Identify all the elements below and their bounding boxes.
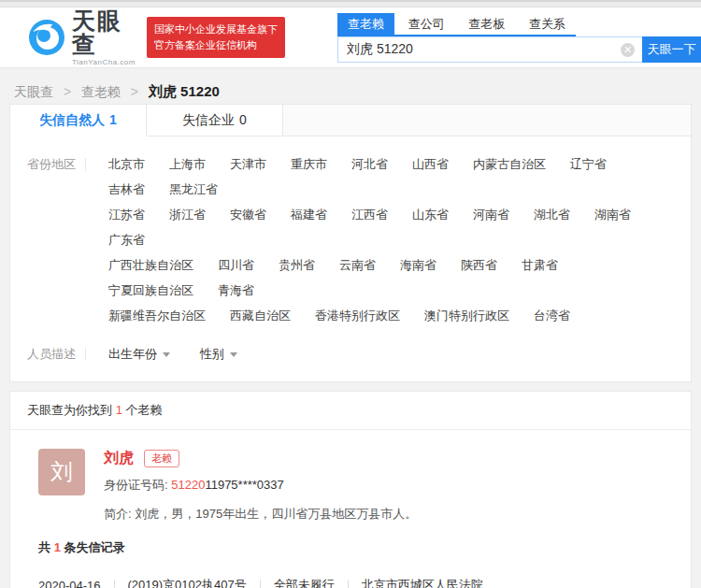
record-count-line: 共 1 条失信记录 <box>38 539 663 556</box>
province-option[interactable]: 湖北省 <box>534 208 570 222</box>
province-option[interactable]: 西藏自治区 <box>230 308 291 323</box>
search-area: 查老赖 查公司 查老板 查关系 ✕ 天眼一下 <box>337 13 701 63</box>
province-option[interactable]: 贵州省 <box>279 258 315 272</box>
nav-tab-company[interactable]: 查公司 <box>398 13 455 35</box>
certification-badge: 国家中小企业发展基金旗下 官方备案企业征信机构 <box>147 17 285 58</box>
dishonest-record-row[interactable]: 2020-04-16 (2019)京0102执407号 全部未履行 北京市西城区… <box>38 577 663 588</box>
province-option[interactable]: 四川省 <box>218 258 254 272</box>
gender-dropdown[interactable]: 性别 <box>200 341 237 366</box>
province-option[interactable]: 安徽省 <box>230 208 266 222</box>
filter-panel: 失信自然人1 失信企业0 省份地区 北京市上海市天津市重庆市河北省山西省内蒙古自… <box>9 104 692 382</box>
breadcrumb-home[interactable]: 天眼查 <box>14 84 53 99</box>
breadcrumb-laolai[interactable]: 查老赖 <box>81 84 121 99</box>
province-option[interactable]: 河南省 <box>473 208 509 222</box>
tab-dishonest-company-count: 0 <box>239 112 247 127</box>
record-case-number: (2019)京0102执407号 <box>128 577 247 588</box>
province-option[interactable]: 甘肃省 <box>522 258 558 272</box>
breadcrumb-separator: > <box>64 84 71 99</box>
province-row-3: 广西壮族自治区四川省贵州省云南省海南省陕西省甘肃省宁夏回族自治区青海省 <box>108 252 674 303</box>
person-filter-row: 人员描述 出生年份 性别 <box>27 341 674 366</box>
birth-year-label: 出生年份 <box>108 347 157 361</box>
province-option[interactable]: 云南省 <box>339 258 376 272</box>
person-intro-line: 简介: 刘虎，男，1975年出生，四川省万县地区万县市人。 <box>104 506 417 523</box>
province-option[interactable]: 江西省 <box>351 208 388 222</box>
breadcrumb: 天眼查 > 查老赖 > 刘虎 51220 <box>0 68 701 104</box>
browser-edge-strip <box>0 0 701 7</box>
results-panel: 天眼查为你找到 1 个老赖 刘 刘虎 老赖 身份证号码: 5122011975*… <box>9 391 692 588</box>
record-date: 2020-04-16 <box>38 579 101 588</box>
result-type-tabs: 失信自然人1 失信企业0 <box>10 105 691 136</box>
province-option[interactable]: 山东省 <box>412 208 449 222</box>
nav-tab-relation[interactable]: 查关系 <box>519 13 576 35</box>
result-count: 1 <box>116 403 122 417</box>
search-input[interactable] <box>337 36 642 63</box>
province-row-2: 江苏省浙江省安徽省福建省江西省山东省河南省湖北省湖南省广东省 <box>108 202 674 252</box>
vertical-divider <box>85 348 86 361</box>
province-option[interactable]: 上海市 <box>169 157 206 171</box>
clear-icon[interactable]: ✕ <box>621 43 635 57</box>
province-option[interactable]: 湖南省 <box>594 208 631 222</box>
tab-dishonest-person-count: 1 <box>109 112 117 127</box>
record-count-suffix: 条失信记录 <box>64 540 124 554</box>
record-divider <box>114 580 115 588</box>
province-option[interactable]: 辽宁省 <box>570 157 607 171</box>
province-filter-row: 省份地区 北京市上海市天津市重庆市河北省山西省内蒙古自治区辽宁省吉林省黑龙江省 … <box>27 151 674 328</box>
vertical-divider <box>85 158 86 171</box>
person-name-link[interactable]: 刘虎 <box>104 449 134 468</box>
province-filter-label: 省份地区 <box>27 151 85 328</box>
record-count-prefix: 共 <box>38 540 50 554</box>
breadcrumb-separator: > <box>131 84 138 99</box>
search-button[interactable]: 天眼一下 <box>642 36 701 63</box>
province-option[interactable]: 天津市 <box>230 157 266 171</box>
tab-dishonest-company[interactable]: 失信企业0 <box>147 105 283 136</box>
tab-dishonest-person[interactable]: 失信自然人1 <box>10 105 147 136</box>
province-option[interactable]: 青海省 <box>218 283 254 297</box>
province-option[interactable]: 内蒙古自治区 <box>473 157 546 171</box>
intro-label: 简介: <box>104 507 132 521</box>
tab-dishonest-company-label: 失信企业 <box>182 112 235 127</box>
province-row-1: 北京市上海市天津市重庆市河北省山西省内蒙古自治区辽宁省吉林省黑龙江省 <box>108 151 674 202</box>
certification-line-1: 国家中小企业发展基金旗下 <box>154 22 278 37</box>
province-option[interactable]: 北京市 <box>108 157 145 171</box>
province-option[interactable]: 江苏省 <box>108 208 145 222</box>
record-divider <box>348 580 349 588</box>
site-header: 天眼查 TianYanCha.com 国家中小企业发展基金旗下 官方备案企业征信… <box>0 7 701 68</box>
results-summary: 天眼查为你找到 1 个老赖 <box>10 392 691 430</box>
person-filter-label: 人员描述 <box>27 341 85 366</box>
province-option[interactable]: 广西壮族自治区 <box>108 258 193 272</box>
nav-tab-boss[interactable]: 查老板 <box>458 13 515 35</box>
gender-label: 性别 <box>200 347 224 361</box>
tianyancha-logo[interactable]: 天眼查 TianYanCha.com <box>28 9 136 66</box>
province-option[interactable]: 河北省 <box>351 157 388 171</box>
province-option[interactable]: 黑龙江省 <box>169 182 218 196</box>
province-option[interactable]: 吉林省 <box>108 182 145 196</box>
province-option[interactable]: 重庆市 <box>291 157 327 171</box>
province-option[interactable]: 山西省 <box>412 157 449 171</box>
province-option[interactable]: 香港特别行政区 <box>315 308 400 323</box>
province-row-4: 新疆维吾尔自治区西藏自治区香港特别行政区澳门特别行政区台湾省 <box>108 303 674 328</box>
search-type-tabs: 查老赖 查公司 查老板 查关系 <box>337 13 576 36</box>
summary-suffix: 个老赖 <box>125 403 162 417</box>
tianyancha-logo-icon <box>28 19 65 56</box>
province-option[interactable]: 福建省 <box>291 208 327 222</box>
province-option[interactable]: 台湾省 <box>534 308 570 323</box>
id-number-rest: 11975****0337 <box>205 478 283 492</box>
province-option[interactable]: 宁夏回族自治区 <box>108 283 193 297</box>
nav-tab-laolai[interactable]: 查老赖 <box>337 13 394 35</box>
province-option[interactable]: 澳门特别行政区 <box>424 308 509 323</box>
birth-year-dropdown[interactable]: 出生年份 <box>108 341 170 366</box>
certification-line-2: 官方备案企业征信机构 <box>154 37 278 53</box>
province-option[interactable]: 广东省 <box>108 233 145 247</box>
province-option[interactable]: 浙江省 <box>169 208 206 222</box>
province-option[interactable]: 新疆维吾尔自治区 <box>108 308 206 323</box>
id-number-line: 身份证号码: 5122011975****0337 <box>104 477 417 494</box>
record-court: 北京市西城区人民法院 <box>362 577 483 588</box>
filters-section: 省份地区 北京市上海市天津市重庆市河北省山西省内蒙古自治区辽宁省吉林省黑龙江省 … <box>10 136 691 381</box>
breadcrumb-current: 刘虎 51220 <box>149 83 220 99</box>
tab-dishonest-person-label: 失信自然人 <box>39 112 105 127</box>
record-count: 1 <box>54 540 61 554</box>
record-divider <box>260 580 261 588</box>
province-option[interactable]: 海南省 <box>400 258 436 272</box>
logo-title: 天眼查 <box>72 9 136 56</box>
province-option[interactable]: 陕西省 <box>461 258 497 272</box>
